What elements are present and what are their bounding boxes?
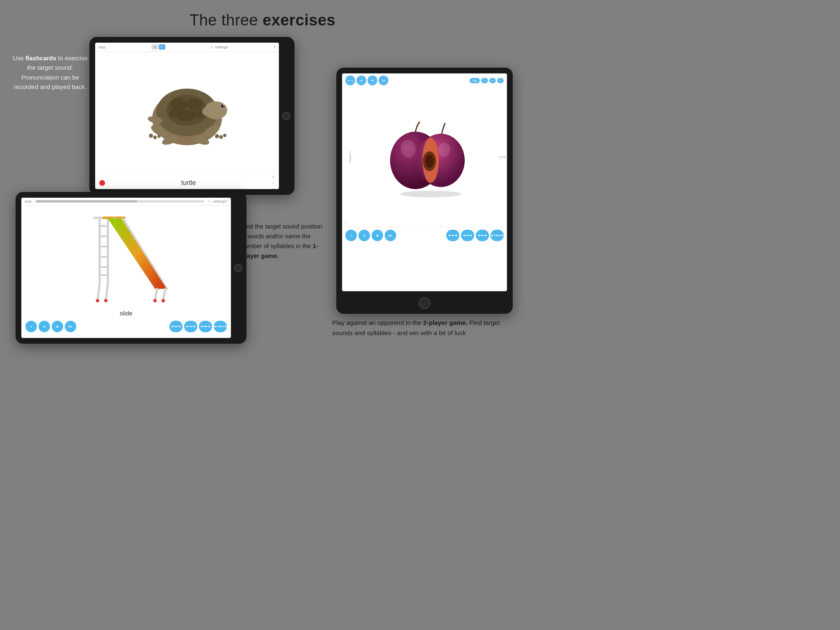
plum-pos-dot-btn-1[interactable]	[446, 230, 459, 241]
plum-syl-btn-3[interactable]: III	[372, 230, 383, 241]
pos-btn-4[interactable]	[214, 321, 227, 332]
slide-image-area	[21, 205, 231, 308]
plum-pos-dot-btn-3[interactable]	[476, 230, 489, 241]
pos-btn-2[interactable]	[184, 321, 197, 332]
progress-fill	[36, 200, 137, 203]
dot	[214, 326, 216, 327]
desc-2player: Play against an opponent in the 2-player…	[332, 318, 504, 338]
plum-image-area: chapter 1 60% ~	[342, 87, 507, 227]
settings-btn[interactable]: I - settings	[208, 199, 226, 203]
svg-point-52	[400, 191, 461, 197]
nav-plus[interactable]: +	[272, 175, 275, 180]
turtle-illustration	[121, 59, 253, 166]
ipad-1player: stop I - settings ?	[16, 192, 247, 344]
plum-syl-btn-1[interactable]: I	[345, 230, 357, 241]
syllable-btn-1[interactable]: I	[25, 321, 37, 332]
pos-btn-3[interactable]	[199, 321, 212, 332]
dot	[194, 326, 195, 327]
svg-point-3	[171, 98, 187, 110]
plum-btn-group-left: ●—● ●● ●● ●●	[345, 75, 388, 85]
svg-point-22	[153, 135, 157, 139]
page-title: The three exercises	[0, 0, 525, 29]
stop-btn[interactable]: stop	[25, 199, 32, 203]
line	[499, 235, 500, 236]
help-btn[interactable]: ?	[226, 199, 228, 203]
svg-point-42	[104, 299, 107, 302]
plum-pos-btn-4[interactable]: ●●	[379, 75, 388, 85]
home-button[interactable]	[282, 112, 290, 120]
dot	[463, 235, 465, 236]
svg-line-39	[155, 289, 157, 300]
svg-line-38	[106, 283, 108, 300]
plum-pos-btns	[446, 230, 504, 241]
dot	[478, 235, 480, 236]
dot	[491, 235, 493, 236]
dot	[470, 235, 472, 236]
pos-btn-1[interactable]	[169, 321, 183, 332]
svg-point-50	[425, 155, 434, 168]
svg-point-11	[223, 104, 224, 105]
plum-pos-dot-btn-4[interactable]	[491, 230, 504, 241]
nav-tilde[interactable]: ~	[272, 180, 275, 185]
stop-button[interactable]: stop	[98, 45, 105, 49]
line	[189, 326, 193, 327]
score-top: top	[470, 78, 480, 83]
line	[451, 235, 454, 236]
svg-point-41	[96, 299, 99, 302]
svg-point-23	[158, 135, 161, 138]
slide-word: slide	[21, 308, 231, 318]
dot	[219, 326, 221, 327]
svg-line-40	[163, 289, 165, 300]
line	[217, 326, 219, 327]
svg-marker-36	[108, 219, 167, 289]
plum-pos-btn-3[interactable]: ●●	[368, 75, 377, 85]
settings-label[interactable]: I - settings	[211, 45, 228, 49]
dot	[225, 326, 226, 327]
home-button[interactable]	[234, 264, 242, 272]
line	[494, 235, 495, 236]
dot	[496, 235, 498, 236]
syllable-btn-3[interactable]: III	[52, 321, 63, 332]
svg-point-18	[215, 134, 219, 138]
flashcard-screen: stop ◁ ▷ I - settings ?	[95, 43, 279, 189]
next-btn[interactable]: ▷	[159, 44, 165, 50]
svg-point-20	[223, 134, 226, 137]
position-btn-group	[169, 321, 227, 332]
slide-toolbar: stop I - settings ?	[21, 198, 231, 205]
game-buttons: I II III III+	[21, 318, 231, 335]
svg-point-44	[162, 299, 165, 302]
prev-btn[interactable]: ◁	[151, 44, 158, 50]
help-btn[interactable]: ?	[274, 45, 276, 49]
dot	[208, 326, 210, 327]
record-button[interactable]	[99, 180, 105, 186]
nav-arrow[interactable]: ~	[344, 220, 347, 225]
plum-score-group: top I I I	[470, 78, 504, 83]
svg-point-12	[202, 107, 217, 116]
plum-game-buttons: I II III III+	[342, 227, 507, 244]
svg-point-6	[169, 109, 180, 118]
plum-toolbar: ●—● ●● ●● ●● top I I I	[342, 73, 507, 87]
nav-btn-group: ◁ ▷	[151, 44, 165, 50]
svg-line-35	[122, 218, 167, 290]
chapter-label: chapter 1	[349, 151, 352, 163]
plum-pos-btn-2[interactable]: ●●	[356, 75, 366, 85]
ipad-flashcard: stop ◁ ▷ I - settings ?	[89, 37, 294, 195]
line	[203, 326, 208, 327]
score-3: I	[497, 78, 504, 83]
syllable-btn-group: I II III III+	[25, 321, 76, 332]
line	[481, 235, 484, 236]
plum-syl-btn-2[interactable]: II	[358, 230, 370, 241]
svg-line-37	[98, 283, 100, 300]
dot	[485, 235, 486, 236]
line	[466, 235, 469, 236]
syllable-btn-4[interactable]: III+	[65, 321, 76, 332]
home-button[interactable]	[419, 297, 430, 309]
plum-syl-btn-4[interactable]: III+	[385, 230, 396, 241]
plum-pos-btn-1[interactable]: ●—●	[345, 75, 355, 85]
svg-point-21	[149, 134, 153, 138]
dot	[201, 326, 203, 327]
nav-minus[interactable]: –	[272, 186, 275, 189]
syllable-btn-2[interactable]: II	[39, 321, 50, 332]
dot	[186, 326, 188, 327]
plum-pos-dot-btn-2[interactable]	[461, 230, 474, 241]
